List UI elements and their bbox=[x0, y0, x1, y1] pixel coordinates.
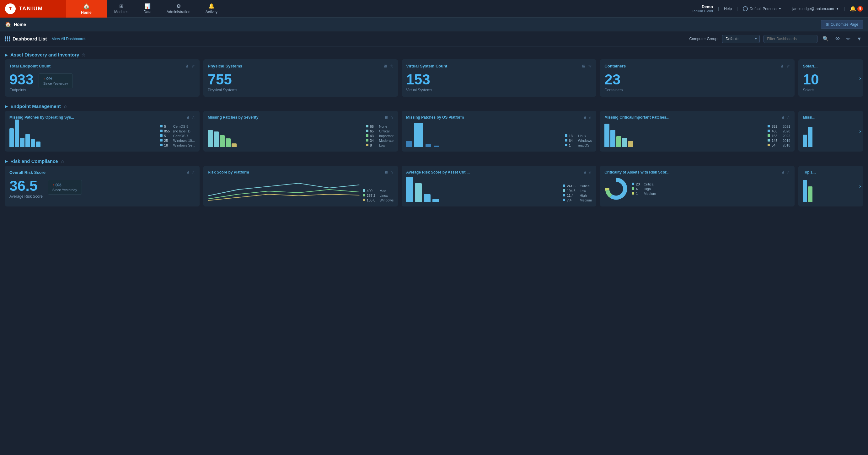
risk-scroll-right-icon[interactable]: › bbox=[859, 183, 861, 189]
mc-patches-legend: 8322021 4882020 1532022 1452019 542018 bbox=[768, 125, 790, 147]
breadcrumb: 🏠 Home bbox=[5, 21, 26, 27]
main-content: ▶ Asset Discovery and Inventory ☆ Total … bbox=[0, 47, 868, 455]
card-missing-patches-platform: Missing Patches by OS Platform 🖥 ☆ 13L bbox=[402, 111, 596, 152]
overall-risk-title: Overall Risk Score bbox=[9, 170, 45, 175]
star-icon-2[interactable]: ☆ bbox=[390, 64, 394, 68]
rp-star-icon[interactable]: ☆ bbox=[390, 170, 394, 175]
logo-area[interactable]: T TANIUM bbox=[0, 0, 66, 18]
data-label: Data bbox=[144, 10, 151, 14]
user-menu[interactable]: jamie.ridge@tanium.com ▼ bbox=[793, 7, 839, 11]
svg-point-3 bbox=[610, 182, 623, 196]
mp-sev-star-icon[interactable]: ☆ bbox=[390, 115, 394, 120]
containers-number: 23 bbox=[604, 72, 790, 87]
mp-plat-title: Missing Patches by OS Platform bbox=[406, 115, 464, 120]
mp-sev-monitor-icon[interactable]: 🖥 bbox=[384, 115, 388, 120]
collapse-button[interactable]: ▼ bbox=[856, 35, 863, 43]
endpoint-management-section: ▶ Endpoint Management ☆ Missing Patches … bbox=[5, 102, 863, 152]
risk-compliance-header[interactable]: ▶ Risk and Compliance ☆ bbox=[5, 157, 863, 166]
asset-discovery-star-icon[interactable]: ☆ bbox=[82, 52, 86, 57]
monitor-icon-4[interactable]: 🖥 bbox=[780, 64, 784, 68]
card-missing-critical-patches: Missing Critical/Important Patches... 🖥 … bbox=[600, 111, 795, 152]
virtual-sublabel: Virtual Systems bbox=[406, 88, 592, 92]
notification-count: 5 bbox=[857, 6, 863, 11]
home-nav-item[interactable]: 🏠 Home bbox=[66, 0, 107, 18]
endpoint-management-header[interactable]: ▶ Endpoint Management ☆ bbox=[5, 102, 863, 111]
help-link[interactable]: Help bbox=[724, 7, 732, 11]
persona-selector[interactable]: Default Persona ▼ bbox=[743, 6, 781, 11]
customize-page-button[interactable]: ⊞ Customize Page bbox=[821, 20, 863, 29]
ar-monitor-icon[interactable]: 🖥 bbox=[583, 170, 587, 175]
monitor-icon-2[interactable]: 🖥 bbox=[383, 64, 387, 68]
mp-os-monitor-icon[interactable]: 🖥 bbox=[186, 115, 190, 120]
grid-icon bbox=[5, 36, 10, 41]
asset-discovery-cards: Total Endpoint Count 🖥 ☆ 933 Endpoints ↑ bbox=[5, 59, 863, 97]
solaris-title: Solari... bbox=[803, 64, 817, 68]
nav-divider-3: | bbox=[786, 7, 787, 11]
risk-compliance-section: ▶ Risk and Compliance ☆ Overall Risk Sco… bbox=[5, 157, 863, 207]
solaris-number: 10 bbox=[803, 72, 859, 87]
nav-administration[interactable]: ⚙ Administration bbox=[159, 0, 198, 18]
containers-title: Containers bbox=[604, 64, 626, 68]
modules-icon: ⊞ bbox=[119, 3, 123, 9]
nav-data[interactable]: 📊 Data bbox=[136, 0, 159, 18]
containers-sublabel: Containers bbox=[604, 88, 790, 92]
physical-systems-title: Physical Systems bbox=[208, 64, 242, 68]
user-email: jamie.ridge@tanium.com bbox=[793, 7, 834, 11]
admin-icon: ⚙ bbox=[176, 3, 181, 9]
computer-group-select[interactable]: Defaults bbox=[722, 35, 760, 43]
filter-dashboards-input[interactable] bbox=[764, 35, 817, 43]
mp-plat-star-icon[interactable]: ☆ bbox=[588, 115, 592, 120]
search-button[interactable]: 🔍 bbox=[821, 34, 830, 43]
ep-scroll-right-icon[interactable]: › bbox=[859, 128, 861, 134]
risk-change-badge: ↑ 0% Since Yesterday bbox=[48, 180, 82, 194]
mc-patches-monitor-icon[interactable]: 🖥 bbox=[781, 115, 785, 120]
or-monitor-icon[interactable]: 🖥 bbox=[186, 170, 190, 175]
rp-monitor-icon[interactable]: 🖥 bbox=[384, 170, 388, 175]
card-icons-4: 🖥 ☆ bbox=[780, 64, 790, 68]
card-criticality-assets: Criticality of Assets with Risk Scor... … bbox=[600, 166, 795, 207]
risk-compliance-title: Risk and Compliance bbox=[10, 158, 58, 164]
mp-os-star-icon[interactable]: ☆ bbox=[192, 115, 195, 120]
mp-plat-bars bbox=[406, 122, 561, 147]
nav-activity[interactable]: 🔔 Activity bbox=[198, 0, 225, 18]
asset-arrow-icon: ▶ bbox=[5, 53, 8, 57]
mp-os-title: Missing Patches by Operating Sys... bbox=[9, 115, 74, 120]
card-virtual-system: Virtual System Count 🖥 ☆ 153 Virtual Sys… bbox=[402, 59, 596, 97]
risk-compliance-cards: Overall Risk Score 🖥 ☆ 36.5 Average Risk… bbox=[5, 166, 863, 207]
monitor-icon[interactable]: 🖥 bbox=[185, 64, 189, 68]
endpoint-management-cards: Missing Patches by Operating Sys... 🖥 ☆ bbox=[5, 111, 863, 152]
mp-sev-bars bbox=[208, 122, 363, 147]
secondary-bar: 🏠 Home ⊞ Customize Page bbox=[0, 18, 868, 31]
mp-plat-monitor-icon[interactable]: 🖥 bbox=[583, 115, 587, 120]
top-nav: T TANIUM 🏠 Home ⊞ Modules 📊 Data ⚙ Admin… bbox=[0, 0, 868, 18]
criticality-title: Criticality of Assets with Risk Scor... bbox=[604, 170, 669, 175]
mc-patches-star-icon[interactable]: ☆ bbox=[787, 115, 790, 120]
persona-chevron-icon: ▼ bbox=[779, 7, 781, 10]
star-icon-4[interactable]: ☆ bbox=[786, 64, 790, 68]
eye-button[interactable]: 👁 bbox=[834, 35, 841, 43]
star-icon[interactable]: ☆ bbox=[191, 64, 195, 68]
view-all-dashboards-link[interactable]: View All Dashboards bbox=[52, 37, 86, 41]
ca-monitor-icon[interactable]: 🖥 bbox=[781, 170, 785, 175]
avg-risk-bars bbox=[406, 177, 560, 202]
risk-compliance-star-icon[interactable]: ☆ bbox=[61, 159, 65, 164]
card-solaris-partial: Solari... 10 Solaris › bbox=[798, 59, 863, 97]
or-star-icon[interactable]: ☆ bbox=[192, 170, 195, 175]
star-icon-3[interactable]: ☆ bbox=[588, 64, 592, 68]
risk-arrow-icon: ▶ bbox=[5, 159, 8, 163]
asset-discovery-header[interactable]: ▶ Asset Discovery and Inventory ☆ bbox=[5, 50, 863, 59]
mp-os-bars bbox=[9, 122, 157, 147]
notification-bell[interactable]: 🔔 5 bbox=[850, 6, 863, 11]
nav-modules[interactable]: ⊞ Modules bbox=[107, 0, 136, 18]
persona-circle-icon bbox=[743, 6, 748, 11]
monitor-icon-3[interactable]: 🖥 bbox=[582, 64, 586, 68]
scroll-right-icon[interactable]: › bbox=[859, 75, 861, 81]
total-endpoint-title: Total Endpoint Count bbox=[9, 64, 51, 68]
card-icons-2: 🖥 ☆ bbox=[383, 64, 394, 68]
edit-button[interactable]: ✏ bbox=[845, 34, 852, 43]
dashboard-title-area: Dashboard List View All Dashboards bbox=[5, 36, 86, 41]
ca-star-icon[interactable]: ☆ bbox=[787, 170, 790, 175]
ar-star-icon[interactable]: ☆ bbox=[588, 170, 592, 175]
risk-platform-legend: 400Mac 287.2Linux 155.8Windows bbox=[363, 189, 394, 202]
endpoint-management-star-icon[interactable]: ☆ bbox=[63, 104, 67, 109]
